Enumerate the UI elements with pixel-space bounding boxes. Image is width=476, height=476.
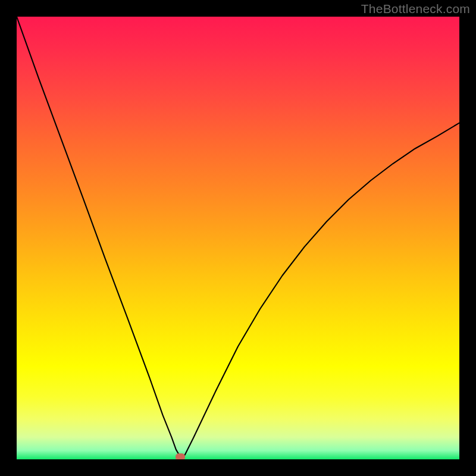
plot-area [17, 17, 459, 459]
bottleneck-curve [17, 17, 459, 459]
chart-frame: TheBottleneck.com [0, 0, 476, 476]
optimal-point-marker [176, 453, 185, 459]
watermark-text: TheBottleneck.com [361, 2, 470, 16]
